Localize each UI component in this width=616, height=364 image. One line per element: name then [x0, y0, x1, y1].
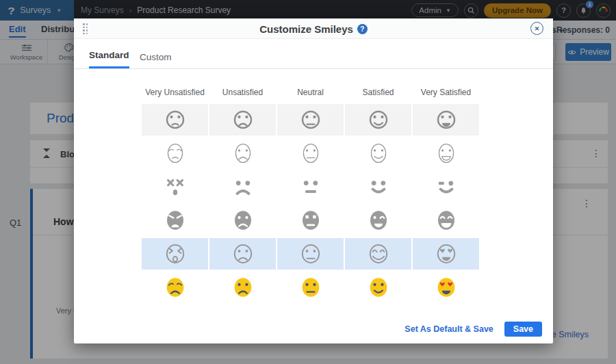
modal-footer: Set As Default & Save Save [405, 322, 542, 337]
smiley-thin-outline-neutral[interactable] [277, 138, 344, 169]
smiley-abstract-very-satisfied[interactable] [413, 171, 479, 203]
smiley-filled-gray-very-satisfied[interactable] [413, 205, 479, 236]
smiley-filled-gray-satisfied[interactable] [345, 205, 411, 236]
column-header-unsatisfied: Unsatisfied [209, 88, 276, 97]
smiley-filled-gray-very-unsatisfied[interactable] [142, 205, 208, 236]
smiley-abstract-very-unsatisfied[interactable] [142, 171, 208, 203]
smiley-thin-outline-unsatisfied[interactable] [209, 138, 276, 169]
column-header-very-satisfied: Very Satisfied [413, 88, 479, 97]
set-as-default-save-link[interactable]: Set As Default & Save [405, 324, 493, 334]
smiley-filled-gray-neutral[interactable] [277, 205, 344, 236]
modal-tab-bar: Standard Custom [74, 39, 553, 69]
smiley-emoji-neutral[interactable] [277, 272, 344, 303]
smiley-sketch-outline-neutral[interactable] [277, 238, 344, 270]
smiley-emoji-very-satisfied[interactable] [413, 272, 479, 303]
customize-smileys-modal: Customize Smileys ? ✕ Standard Custom Ve… [74, 18, 553, 343]
smiley-sketch-outline-unsatisfied[interactable] [209, 238, 276, 270]
smiley-abstract-neutral[interactable] [277, 171, 344, 203]
column-header-satisfied: Satisfied [345, 88, 411, 97]
rating-column-headers: Very UnsatisfiedUnsatisfiedNeutralSatisf… [142, 88, 479, 97]
smiley-emoji-unsatisfied[interactable] [209, 272, 276, 303]
tab-custom[interactable]: Custom [140, 52, 172, 68]
smiley-bold-outline-very-satisfied[interactable] [413, 104, 479, 135]
column-header-neutral: Neutral [277, 88, 344, 97]
smiley-bold-outline-satisfied[interactable] [345, 104, 411, 135]
smiley-sketch-outline-very-satisfied[interactable] [413, 238, 479, 270]
modal-title: Customize Smileys [259, 23, 353, 35]
smiley-thin-outline-very-satisfied[interactable] [413, 138, 479, 169]
smiley-sketch-outline-very-unsatisfied[interactable] [142, 238, 208, 270]
smiley-filled-gray-unsatisfied[interactable] [209, 205, 276, 236]
column-header-very-unsatisfied: Very Unsatisfied [142, 88, 208, 97]
smiley-grid [142, 104, 479, 303]
save-button[interactable]: Save [504, 322, 542, 337]
smiley-sketch-outline-satisfied[interactable] [345, 238, 411, 270]
smiley-thin-outline-satisfied[interactable] [345, 138, 411, 169]
smiley-bold-outline-unsatisfied[interactable] [209, 104, 276, 135]
help-icon[interactable]: ? [357, 24, 368, 34]
smiley-bold-outline-neutral[interactable] [277, 104, 344, 135]
close-icon[interactable]: ✕ [530, 22, 543, 35]
smiley-thin-outline-very-unsatisfied[interactable] [142, 138, 208, 169]
smiley-abstract-unsatisfied[interactable] [209, 171, 276, 203]
modal-title-wrap: Customize Smileys ? [74, 18, 553, 39]
tab-standard[interactable]: Standard [89, 50, 129, 68]
smiley-emoji-satisfied[interactable] [345, 272, 411, 303]
modal-header: Customize Smileys ? ✕ [74, 18, 553, 39]
smiley-bold-outline-very-unsatisfied[interactable] [142, 104, 208, 135]
smiley-emoji-very-unsatisfied[interactable] [142, 272, 208, 303]
smiley-abstract-satisfied[interactable] [345, 171, 411, 203]
